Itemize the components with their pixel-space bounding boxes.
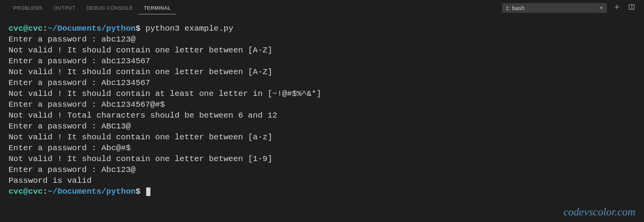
- prompt-dollar: $: [136, 187, 141, 196]
- terminal-selector-dropdown[interactable]: 1: bash ▼: [502, 3, 607, 13]
- output-line: Enter a password : abc1234567: [9, 56, 635, 67]
- tab-problems[interactable]: PROBLEMS: [8, 2, 48, 14]
- prompt-colon: :: [43, 24, 48, 33]
- prompt-path: ~/Documents/python: [48, 24, 136, 33]
- split-terminal-button[interactable]: [627, 3, 636, 13]
- output-line: Enter a password : ABC13@: [9, 121, 635, 132]
- output-line: Enter a password : Abc123@: [9, 165, 635, 175]
- terminal-content[interactable]: cvc@cvc:~/Documents/python$ python3 exam…: [0, 16, 644, 197]
- tab-output[interactable]: OUTPUT: [48, 2, 81, 14]
- output-line: Password is valid: [9, 175, 635, 186]
- panel-tabs: PROBLEMS OUTPUT DEBUG CONSOLE TERMINAL: [8, 2, 502, 14]
- panel-header: PROBLEMS OUTPUT DEBUG CONSOLE TERMINAL 1…: [0, 0, 644, 16]
- terminal-cursor: [146, 187, 150, 196]
- output-line: Not valid ! It should contain one letter…: [9, 132, 635, 143]
- watermark-text: codevscolor.com: [563, 206, 635, 218]
- prompt-line-1: cvc@cvc:~/Documents/python$ python3 exam…: [9, 23, 635, 34]
- svg-rect-2: [629, 5, 634, 9]
- terminal-selector-label: 1: bash: [506, 5, 525, 11]
- new-terminal-button[interactable]: [612, 3, 622, 13]
- output-line: Not valid ! It should contain one letter…: [9, 67, 635, 78]
- output-line: Not valid ! It should contain one letter…: [9, 45, 635, 56]
- split-panel-icon: [628, 3, 635, 12]
- prompt-user-host: cvc@cvc: [9, 24, 43, 33]
- output-line: Not valid ! It should contain one letter…: [9, 154, 635, 165]
- output-line: Enter a password : abc123@: [9, 34, 635, 45]
- output-line: Enter a password : Abc@#$: [9, 143, 635, 154]
- plus-icon: [613, 3, 620, 12]
- prompt-user-host: cvc@cvc: [9, 187, 43, 196]
- header-actions: 1: bash ▼: [502, 3, 636, 13]
- output-line: Not valid ! It should contain at least o…: [9, 88, 635, 99]
- output-line: Not valid ! Total characters should be b…: [9, 110, 635, 121]
- tab-debug-console[interactable]: DEBUG CONSOLE: [81, 2, 138, 14]
- tab-terminal[interactable]: TERMINAL: [138, 2, 176, 14]
- output-line: Enter a password : Abc1234567@#$: [9, 99, 635, 110]
- prompt-colon: :: [43, 187, 48, 196]
- command-text: python3 example.py: [145, 24, 233, 33]
- prompt-line-2: cvc@cvc:~/Documents/python$: [9, 186, 635, 197]
- prompt-path: ~/Documents/python: [48, 187, 136, 196]
- prompt-dollar: $: [136, 24, 141, 33]
- output-line: Enter a password : Abc1234567: [9, 78, 635, 88]
- chevron-down-icon: ▼: [599, 6, 603, 10]
